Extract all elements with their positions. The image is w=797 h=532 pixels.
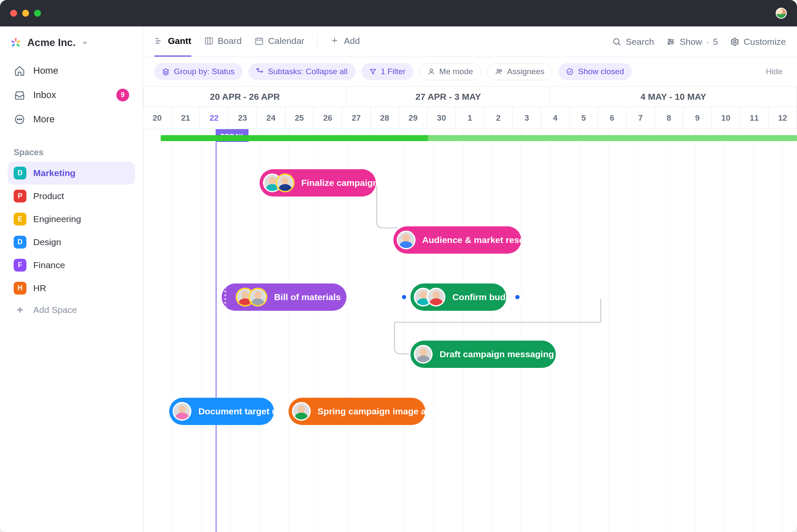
close-window-dot[interactable] [10,10,17,17]
task-bar[interactable]: Bill of materials [222,283,347,311]
spaces-header: Spaces [8,144,135,162]
sliders-icon [666,37,676,46]
milestone-dot[interactable] [402,295,406,299]
task-name: Audience & market research [422,235,543,245]
task-name: Confirm budgets [452,292,524,302]
task-bar[interactable]: Audience & market research [393,226,521,254]
inbox-icon [14,89,26,101]
nav-more[interactable]: More [8,107,135,131]
person-icon [427,68,435,75]
task-bar[interactable]: Draft campaign messaging & copy [410,341,556,368]
sidebar-space-item[interactable]: HHR [8,277,135,300]
day-header: 20 [143,107,172,129]
filter-me-mode[interactable]: Me mode [419,63,481,80]
svg-point-12 [257,69,258,70]
week-header: 4 MAY - 10 MAY [550,87,797,107]
more-icon [14,113,26,125]
tab-calendar[interactable]: Calendar [254,26,304,57]
nav-home[interactable]: Home [8,59,135,83]
task-bar[interactable]: Document target users [169,398,274,425]
drag-handle-icon[interactable] [224,286,226,308]
day-header: 26 [314,107,342,129]
filter-group-by[interactable]: Group by: Status [154,63,243,80]
add-space-button[interactable]: Add Space [8,300,135,320]
svg-point-3 [21,119,22,120]
tab-add-label: Add [344,36,360,46]
home-icon [14,65,26,77]
assignee-avatar [397,231,416,249]
current-user-avatar[interactable] [776,8,787,19]
filter-show-closed[interactable]: Show closed [558,63,632,80]
assignee-avatar [248,288,267,306]
plus-icon [14,305,26,315]
hide-filters-button[interactable]: Hide [766,67,786,76]
svg-rect-5 [256,38,263,45]
svg-point-16 [567,69,573,75]
dependency-line [376,183,399,234]
minimize-window-dot[interactable] [22,10,29,17]
filter-icon [369,68,377,75]
drag-handle-icon[interactable] [355,286,357,308]
customize-button[interactable]: Customize [730,37,786,47]
day-header: 2 [484,107,513,129]
day-header: 9 [683,107,712,129]
nav-home-label: Home [33,65,58,76]
tab-calendar-label: Calendar [268,36,304,46]
filter-assignees[interactable]: Assignees [487,63,553,80]
week-header: 20 APR - 26 APR [143,87,347,107]
customize-label: Customize [744,37,786,47]
svg-point-10 [733,40,736,43]
week-header: 27 APR - 3 MAY [347,87,550,107]
sidebar-space-item[interactable]: DDesign [8,231,135,254]
timeline-day-row: 2021222324252627282930123456789101112 [143,107,797,129]
search-icon [612,37,621,46]
assignee-avatar [414,345,433,364]
workspace-switcher[interactable]: Acme Inc. [8,34,135,59]
svg-point-11 [261,71,263,72]
day-header: 7 [627,107,655,129]
sidebar-space-item[interactable]: PProduct [8,185,135,208]
task-name: Spring campaign image assets [318,406,449,416]
app-logo-icon [10,37,21,48]
tab-gantt[interactable]: Gantt [154,26,191,57]
svg-point-2 [19,119,20,120]
sidebar-space-item[interactable]: FFinance [8,254,135,277]
day-header: 3 [513,107,541,129]
show-columns-button[interactable]: Show · 5 [666,37,718,47]
chevron-down-icon [81,39,88,46]
task-bar[interactable]: Spring campaign image assets [289,398,425,425]
svg-point-6 [614,38,619,44]
tab-board[interactable]: Board [204,26,242,57]
milestone-dot[interactable] [515,295,520,299]
filter-count[interactable]: 1 Filter [361,63,413,80]
day-header: 28 [371,107,399,129]
nav-more-label: More [33,114,55,125]
board-icon [204,36,214,46]
search-button[interactable]: Search [612,37,654,47]
task-bar[interactable]: Confirm budgets [410,283,506,311]
space-color-badge: E [14,213,26,226]
task-name: Draft campaign messaging & copy [439,349,586,359]
day-header: 27 [342,107,371,129]
task-name: Document target users [198,406,296,416]
tab-add-view[interactable]: Add [330,26,360,57]
subtask-icon [256,68,264,75]
filter-subtasks[interactable]: Subtasks: Collapse all [248,63,355,80]
day-header: 23 [228,107,257,129]
sidebar-space-item[interactable]: DMarketing [8,162,135,185]
check-circle-icon [566,68,574,75]
gantt-timeline[interactable]: 20 APR - 26 APR 27 APR - 3 MAY 4 MAY - 1… [143,87,797,532]
space-color-badge: H [14,282,26,295]
space-color-badge: D [14,167,26,179]
task-bar[interactable]: Finalize campaign brief [260,169,376,197]
filter-group-by-label: Group by: Status [174,67,235,76]
space-color-badge: D [14,236,26,249]
sidebar-space-item[interactable]: EEngineering [8,208,135,231]
nav-inbox[interactable]: Inbox 9 [8,83,135,107]
svg-point-1 [17,119,18,120]
space-color-badge: P [14,190,26,202]
maximize-window-dot[interactable] [34,10,41,17]
assignee-avatar [276,173,295,192]
svg-point-15 [500,70,502,72]
space-label: Finance [33,260,65,270]
